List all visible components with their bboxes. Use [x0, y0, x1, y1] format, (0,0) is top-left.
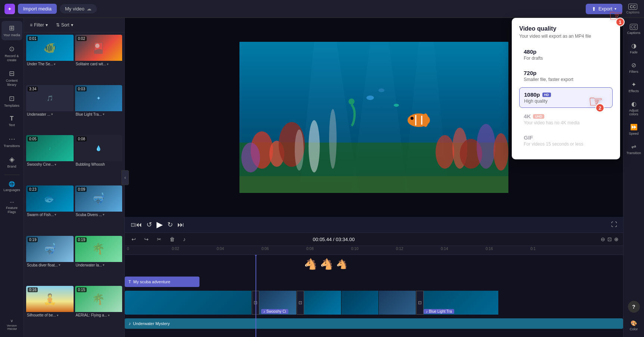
sidebar-right-fade[interactable]: ◑ Fade: [624, 39, 644, 57]
sidebar-item-text[interactable]: T Text: [1, 112, 22, 130]
ruler-mark-0: 0: [127, 247, 129, 251]
media-item-under-the-sea[interactable]: 🐠 0:01 Under The Se... ▾: [26, 35, 74, 84]
thumb-title: AERIAL: Flying a... ▾: [75, 312, 123, 318]
fade-label: Fade: [630, 50, 638, 54]
sidebar-right-filters[interactable]: ⊘ Filters: [624, 59, 644, 77]
thumb-icon: ♪: [49, 145, 51, 151]
sidebar-item-label-brand: Brand: [7, 165, 16, 169]
play-pause-button[interactable]: ▶: [157, 220, 163, 230]
thumb-title: Blue Light Tra... ▾: [75, 111, 123, 118]
thumb-chevron: ▾: [107, 62, 109, 66]
sort-button[interactable]: ⇅ Sort ▾: [53, 21, 76, 29]
undo-button[interactable]: ↩: [129, 235, 138, 243]
sidebar-item-transitions[interactable]: ⋯ Transitions: [1, 132, 22, 151]
redo-button[interactable]: ↪: [142, 235, 151, 243]
skip-forward-button[interactable]: ⏭: [177, 221, 184, 229]
thumb-icon: 🐠: [43, 42, 56, 54]
zoom-out-button[interactable]: ⊖: [601, 236, 605, 242]
captions-icon[interactable]: CC Captions: [626, 4, 640, 14]
transition-marker-2[interactable]: ⊡: [297, 291, 304, 315]
quality-label-4k: 4K UHD: [524, 113, 608, 119]
media-item-silhouette[interactable]: 🧘 0:16 Silhouette of be... ▾: [26, 286, 74, 335]
sidebar-right-color[interactable]: 🎨 Color: [624, 317, 644, 334]
media-item-underwater-mystery[interactable]: 🎵 3:34 Underwater ... ▾: [26, 85, 74, 134]
import-media-button[interactable]: Import media: [18, 4, 57, 14]
media-item-scuba-divers[interactable]: 🤿 0:09 Scuba Divers ... ▾: [75, 185, 123, 234]
export-button[interactable]: ⬆ Export ▾: [586, 4, 623, 14]
sidebar-divider: [4, 175, 19, 175]
sidebar-right-transition[interactable]: ⇌ Transition: [624, 140, 644, 158]
skip-back-button[interactable]: ⏮: [135, 221, 142, 229]
rewind-5s-button[interactable]: ↺: [146, 221, 152, 229]
sidebar-right-adjust-colors[interactable]: ◐ Adjust colors: [624, 97, 644, 119]
sidebar-right-captions[interactable]: CC Captions: [624, 21, 644, 38]
topbar: ✦ Import media My video ☁ ⬆ Export ▾ CC …: [0, 0, 644, 18]
sidebar-item-languages[interactable]: 🌐 Languages: [1, 178, 22, 195]
sidebar-item-your-media[interactable]: ⊞ Your media: [1, 21, 22, 40]
thumb-chevron: ▾: [54, 62, 56, 66]
audio-button[interactable]: ♪: [181, 235, 188, 243]
thumb-chevron: ▾: [59, 263, 61, 267]
text-icon-clip: T: [129, 280, 131, 284]
filters-icon: ⊘: [631, 62, 636, 69]
languages-icon: 🌐: [9, 181, 15, 187]
content-library-icon: ⊟: [9, 69, 15, 78]
forward-5s-button[interactable]: ↻: [167, 221, 173, 229]
media-item-bubbling-whoosh[interactable]: 💧 0:08 Bubbling Whoosh: [75, 135, 123, 184]
sidebar-item-brand[interactable]: ◈ Brand: [1, 152, 22, 172]
svg-point-16: [493, 133, 508, 171]
thumb-duration: 0:05: [28, 137, 38, 141]
svg-point-12: [436, 135, 454, 169]
quality-option-480p[interactable]: 480p For drafts: [519, 45, 613, 65]
media-item-underwater-la[interactable]: 🌴 0:19 Underwater la... ▾: [75, 236, 123, 285]
media-item-aerial-flying[interactable]: 🌴 0:15 AERIAL: Flying a... ▾: [75, 286, 123, 335]
subtitle-toggle-button[interactable]: ⊡: [131, 222, 135, 228]
sidebar-right-effects[interactable]: ✦ Effects: [624, 78, 644, 96]
video-clip-1[interactable]: [125, 291, 252, 315]
media-item-solitaire[interactable]: 🎴 0:02 Solitaire card wit... ▾: [75, 35, 123, 84]
cut-button[interactable]: ✂: [155, 235, 164, 243]
sort-label: Sort: [61, 22, 69, 28]
record-create-icon: ⊙: [9, 45, 15, 53]
quality-option-gif: GIF For videos 15 seconds or less: [519, 131, 613, 150]
media-item-scuba-diver-float[interactable]: 🤿 0:19 Scuba diver float... ▾: [26, 236, 74, 285]
video-clip-4[interactable]: [341, 291, 379, 315]
sidebar-item-label-languages: Languages: [3, 188, 20, 192]
timeline-tracks: 🐴 🐴 🐴 T My scuba adventure: [125, 255, 623, 337]
media-item-swarm-of-fish[interactable]: 🐟 0:23 Swarm of Fish... ▾: [26, 185, 74, 234]
svg-rect-17: [239, 176, 508, 193]
fullscreen-button[interactable]: ⛶: [611, 221, 617, 228]
playhead[interactable]: [256, 255, 256, 337]
quality-label-gif: GIF: [524, 134, 608, 141]
thumb-duration: 0:01: [28, 36, 38, 41]
transitions-icon: ⋯: [9, 135, 15, 143]
sort-icon: ⇅: [56, 22, 60, 28]
audio-track-underwater[interactable]: ♪ Underwater Mystery: [125, 318, 623, 329]
sidebar-item-templates[interactable]: ⊡ Templates: [1, 91, 22, 111]
transition-marker-3[interactable]: ⊡: [416, 291, 424, 315]
video-clip-5[interactable]: [379, 291, 416, 315]
sort-chevron-icon: ▾: [71, 22, 73, 28]
thumb-title: Underwater la... ▾: [75, 262, 123, 268]
quality-option-720p[interactable]: 720p Smaller file, faster export: [519, 66, 613, 86]
zoom-in-button[interactable]: ⊕: [614, 236, 619, 242]
media-item-swooshy-cinema[interactable]: ♪ 0:05 Swooshy Cine... ▾: [26, 135, 74, 184]
quality-option-1080p[interactable]: 1080p HD High quality: [519, 87, 613, 108]
title-clip[interactable]: T My scuba adventure: [125, 277, 199, 287]
export-chevron-icon: ▾: [614, 7, 616, 11]
delete-button[interactable]: 🗑: [167, 235, 177, 243]
media-item-blue-light[interactable]: ✦ 0:03 Blue Light Tra... ▾: [75, 85, 123, 134]
audio-label-swooshy: ♪ Swooshy Ci: [261, 309, 288, 314]
preview-controls: ⊡ ⏮ ↺ ▶ ↻ ⏭ ⛶: [125, 217, 623, 233]
my-video-tab[interactable]: My video ☁: [60, 4, 97, 13]
video-clip-3[interactable]: [304, 291, 341, 315]
filter-button[interactable]: ≡ Filter ▾: [27, 21, 51, 29]
media-panel-collapse-button[interactable]: ‹: [121, 170, 129, 185]
sidebar-item-record-create[interactable]: ⊙ Record & create: [1, 42, 22, 65]
zoom-fit-button[interactable]: ⊡: [607, 236, 612, 242]
help-button[interactable]: ?: [628, 301, 640, 313]
sidebar-item-feature-flags[interactable]: ⋯ Feature Flags: [1, 197, 22, 217]
sidebar-right-speed[interactable]: ⏩ Speed: [624, 121, 644, 138]
fade-icon: ◑: [631, 42, 637, 49]
sidebar-item-content-library[interactable]: ⊟ Content library: [1, 66, 22, 90]
